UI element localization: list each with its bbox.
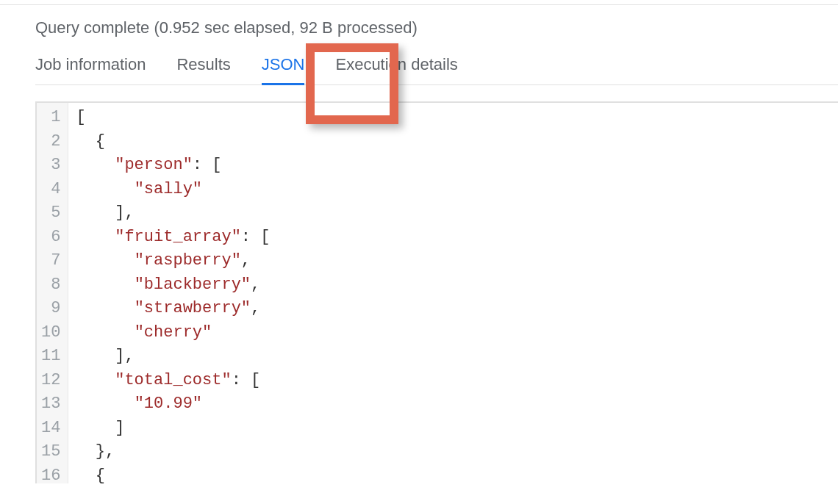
tab-execution-details[interactable]: Execution details bbox=[335, 54, 457, 84]
query-status: Query complete (0.952 sec elapsed, 92 B … bbox=[35, 18, 838, 37]
line-number: 11 bbox=[41, 345, 60, 369]
code-line: ], bbox=[76, 345, 270, 369]
code-line: "total_cost": [ bbox=[76, 369, 270, 393]
code-line: ] bbox=[76, 417, 270, 441]
line-number: 4 bbox=[41, 178, 60, 202]
line-number: 2 bbox=[41, 130, 60, 154]
code-line: ], bbox=[76, 201, 270, 226]
line-number: 10 bbox=[41, 321, 60, 345]
json-code-panel: 12345678910111213141516 [ { "person": [ … bbox=[35, 101, 838, 483]
tab-results[interactable]: Results bbox=[176, 54, 230, 84]
tab-job-information[interactable]: Job information bbox=[35, 54, 146, 84]
code-line: { bbox=[76, 464, 270, 484]
line-number: 16 bbox=[41, 464, 60, 484]
code-line: }, bbox=[76, 440, 270, 464]
line-number: 6 bbox=[41, 226, 60, 250]
tab-json[interactable]: JSON bbox=[262, 54, 305, 84]
line-number: 7 bbox=[41, 249, 60, 273]
result-tabs: Job information Results JSON Execution d… bbox=[35, 54, 838, 85]
code-gutter: 12345678910111213141516 bbox=[37, 103, 68, 483]
line-number: 13 bbox=[41, 392, 60, 417]
line-number: 3 bbox=[41, 154, 60, 178]
line-number: 8 bbox=[41, 273, 60, 298]
code-line: "fruit_array": [ bbox=[76, 226, 270, 250]
line-number: 1 bbox=[41, 106, 60, 130]
code-line: "strawberry", bbox=[76, 297, 270, 321]
code-line: "raspberry", bbox=[76, 249, 270, 273]
code-line: [ bbox=[76, 106, 270, 130]
line-number: 15 bbox=[41, 440, 60, 464]
code-line: "cherry" bbox=[76, 321, 270, 345]
code-body[interactable]: [ { "person": [ "sally" ], "fruit_array"… bbox=[68, 103, 277, 483]
code-line: { bbox=[76, 130, 270, 154]
code-line: "10.99" bbox=[76, 392, 270, 417]
code-line: "blackberry", bbox=[76, 273, 270, 298]
line-number: 5 bbox=[41, 201, 60, 226]
line-number: 14 bbox=[41, 417, 60, 441]
code-line: "person": [ bbox=[76, 154, 270, 178]
code-line: "sally" bbox=[76, 178, 270, 202]
line-number: 12 bbox=[41, 369, 60, 393]
line-number: 9 bbox=[41, 297, 60, 321]
